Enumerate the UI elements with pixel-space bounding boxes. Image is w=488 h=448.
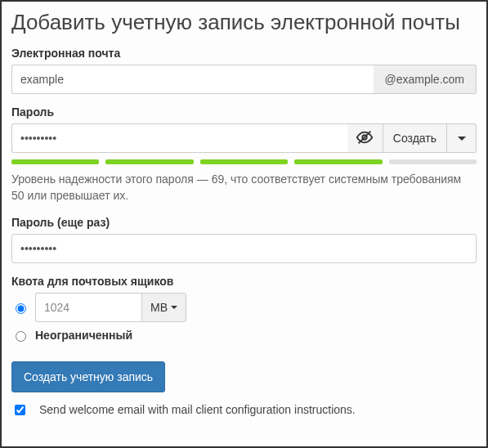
email-domain-addon: @example.com xyxy=(374,65,477,94)
send-welcome-email-label: Send welcome email with mail client conf… xyxy=(39,403,356,416)
quota-label: Квота для почтовых ящиков xyxy=(11,275,477,288)
create-account-button[interactable]: Создать учетную запись xyxy=(11,361,165,392)
email-label: Электронная почта xyxy=(11,47,477,60)
quota-unit-dropdown[interactable]: MB xyxy=(141,293,186,322)
password-confirm-label: Пароль (еще раз) xyxy=(11,216,477,229)
quota-unlimited-radio[interactable] xyxy=(16,331,26,342)
eye-off-icon xyxy=(356,128,374,149)
quota-unit-label: MB xyxy=(150,301,168,314)
chevron-down-icon xyxy=(458,137,466,141)
chevron-down-icon xyxy=(171,306,177,309)
quota-limited-radio[interactable] xyxy=(16,303,26,314)
password-confirm-input[interactable] xyxy=(11,234,477,263)
generate-password-button[interactable]: Создать xyxy=(383,123,447,153)
page-title: Добавить учетную запись электронной почт… xyxy=(11,10,477,35)
toggle-password-visibility-button[interactable] xyxy=(347,123,383,153)
generate-password-dropdown-button[interactable] xyxy=(447,123,477,153)
quota-value-input[interactable] xyxy=(35,293,141,322)
quota-unlimited-label: Неограниченный xyxy=(35,329,132,342)
password-strength-text: Уровень надежности этого пароля — 69, чт… xyxy=(11,171,477,204)
password-label: Пароль xyxy=(11,105,477,119)
password-input[interactable] xyxy=(11,123,347,153)
password-strength-meter xyxy=(11,159,477,164)
send-welcome-email-checkbox[interactable] xyxy=(15,405,25,415)
email-input[interactable] xyxy=(11,65,374,94)
